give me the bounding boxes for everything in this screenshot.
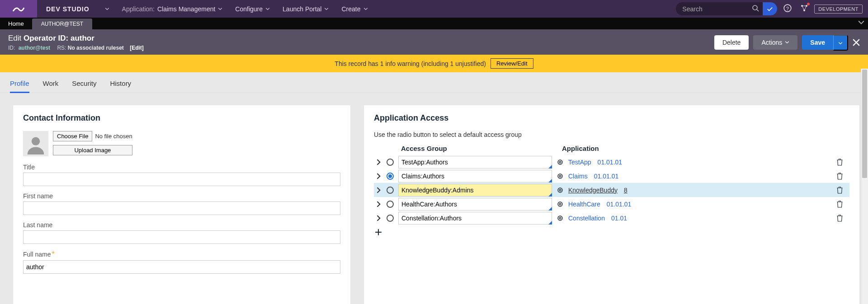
tab-work[interactable]: Work [43, 77, 59, 93]
application-menu[interactable]: Application: Claims Management [116, 0, 229, 18]
configure-menu[interactable]: Configure [229, 0, 276, 18]
environment-badge: DEVELOPMENT [814, 5, 863, 14]
last-name-input[interactable] [23, 230, 340, 244]
access-heading: Application Access [374, 113, 849, 123]
delete-button[interactable]: Delete [714, 35, 749, 50]
scrollbar[interactable] [861, 69, 868, 304]
actions-button[interactable]: Actions [753, 35, 797, 50]
application-link[interactable]: HealthCare [568, 201, 600, 208]
first-name-input[interactable] [23, 201, 340, 215]
access-group-input[interactable] [398, 184, 552, 196]
col-application: Application [562, 145, 599, 152]
application-label: Application: [122, 5, 155, 13]
warning-text: This record has 1 info warning (includin… [335, 60, 486, 67]
resources-button[interactable] [798, 2, 811, 16]
brand-name: DEV STUDIO [37, 5, 99, 13]
delete-row-icon[interactable] [836, 173, 843, 180]
save-button[interactable]: Save [802, 35, 833, 50]
home-tab[interactable]: Home [0, 18, 32, 29]
default-radio[interactable] [387, 187, 394, 194]
application-link[interactable]: TestApp [568, 159, 591, 166]
access-row: Constellation01.01 [374, 211, 849, 225]
default-radio[interactable] [387, 159, 394, 166]
tabbar-expand-icon[interactable] [858, 19, 864, 26]
edit-ruleset-link[interactable]: [Edit] [130, 45, 144, 51]
delete-row-icon[interactable] [836, 159, 843, 166]
add-row-button[interactable] [375, 229, 382, 236]
ruleset-label: RS: [57, 45, 66, 51]
help-button[interactable] [781, 1, 794, 16]
id-label: ID: [8, 45, 15, 51]
expand-icon[interactable] [376, 173, 382, 179]
access-group-input[interactable] [398, 198, 552, 210]
access-group-input[interactable] [398, 212, 552, 224]
title-input[interactable] [23, 173, 340, 186]
id-value: author@test [19, 45, 50, 51]
application-version[interactable]: 01.01.01 [598, 159, 623, 166]
full-name-label: Full name [23, 250, 340, 258]
search-icon [752, 5, 759, 12]
access-group-input[interactable] [398, 156, 552, 168]
title-label: Title [23, 164, 340, 171]
delete-row-icon[interactable] [836, 215, 843, 222]
application-version[interactable]: 01.01 [611, 215, 627, 222]
expand-icon[interactable] [376, 201, 382, 207]
search-button[interactable] [748, 5, 763, 13]
delete-row-icon[interactable] [836, 201, 843, 208]
active-tab[interactable]: AUTHOR@TEST [32, 19, 93, 29]
chevron-down-icon [324, 8, 329, 10]
help-icon [783, 4, 792, 12]
access-help-text: Use the radio button to select a default… [374, 131, 849, 138]
application-link[interactable]: Claims [568, 173, 588, 180]
launch-portal-menu[interactable]: Launch Portal [276, 0, 335, 18]
autocomplete-handle[interactable] [548, 179, 552, 182]
choose-file-button[interactable]: Choose File [53, 131, 92, 141]
default-radio[interactable] [387, 201, 394, 208]
autocomplete-handle[interactable] [548, 193, 552, 196]
chevron-down-icon [363, 8, 368, 10]
avatar [23, 131, 48, 156]
application-link[interactable]: KnowledgeBuddy [568, 187, 618, 194]
delete-row-icon[interactable] [836, 187, 843, 194]
application-link[interactable]: Constellation [568, 215, 605, 222]
search-submit-button[interactable] [763, 2, 777, 15]
search-input[interactable] [676, 5, 748, 13]
autocomplete-handle[interactable] [548, 221, 552, 224]
expand-icon[interactable] [376, 159, 382, 165]
upload-image-button[interactable]: Upload Image [53, 145, 132, 155]
contact-heading: Contact Information [23, 113, 340, 123]
ruleset-value: No associated ruleset [68, 45, 124, 51]
autocomplete-handle[interactable] [548, 207, 552, 210]
create-menu[interactable]: Create [335, 0, 374, 18]
access-group-input[interactable] [398, 170, 552, 182]
gear-icon[interactable] [557, 173, 564, 180]
gear-icon[interactable] [557, 215, 564, 222]
gear-icon[interactable] [557, 187, 564, 194]
default-radio[interactable] [387, 215, 394, 222]
chevron-down-icon [265, 8, 270, 10]
warning-bar: This record has 1 info warning (includin… [0, 55, 868, 72]
tab-security[interactable]: Security [72, 77, 96, 93]
autocomplete-handle[interactable] [548, 165, 552, 168]
default-radio[interactable] [387, 173, 394, 180]
application-version[interactable]: 8 [624, 187, 627, 194]
page-title: Edit Operator ID: author [8, 34, 144, 43]
gear-icon[interactable] [557, 159, 564, 166]
full-name-input[interactable] [23, 260, 340, 274]
save-menu-button[interactable] [833, 35, 848, 51]
application-version[interactable]: 01.01.01 [607, 201, 632, 208]
review-edit-button[interactable]: Review/Edit [491, 58, 533, 69]
brand-switcher[interactable] [99, 0, 116, 18]
gear-icon[interactable] [557, 201, 564, 208]
scrollbar-thumb[interactable] [862, 70, 867, 178]
brand-logo[interactable] [0, 0, 37, 18]
tab-profile[interactable]: Profile [10, 77, 29, 93]
chevron-down-icon [218, 8, 222, 10]
chevron-down-icon [785, 41, 789, 44]
tab-history[interactable]: History [110, 77, 131, 93]
expand-icon[interactable] [376, 187, 382, 193]
expand-icon[interactable] [376, 215, 382, 221]
application-version[interactable]: 01.01.01 [594, 173, 619, 180]
application-access-panel: Application Access Use the radio button … [363, 105, 860, 304]
close-icon[interactable] [853, 39, 860, 46]
